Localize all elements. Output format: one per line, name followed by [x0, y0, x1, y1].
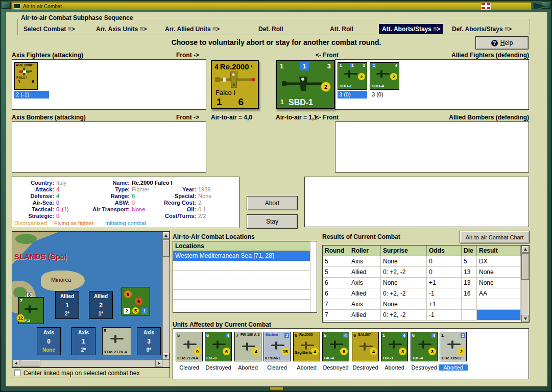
location-empty-row[interactable] — [173, 300, 310, 309]
aircraft-art — [389, 340, 402, 349]
attack-value: 4 — [56, 186, 59, 192]
map-vertical-scrollbar[interactable] — [162, 232, 170, 360]
location-empty-row[interactable] — [173, 280, 310, 290]
frame-arrow-ornament — [534, 3, 546, 10]
map-panel: Minorca SLANDS (Spa) 8 35 7 F6F-3 12 All… — [12, 231, 170, 368]
window-titlebar[interactable]: Air-to-air Combat — [12, 2, 532, 10]
locations-scrollbar[interactable] — [310, 241, 317, 312]
reorg-circle: 15 — [281, 348, 289, 355]
location-empty-row[interactable] — [173, 290, 310, 300]
reorg-circle: 2 — [458, 348, 465, 355]
reorg-circle: 4 — [370, 348, 377, 355]
name-label: Name: — [76, 180, 130, 186]
axis-fighters-label: Axis Fighters (attacking) — [12, 52, 83, 59]
allied-fighter-sbd4-counter[interactable]: 1 4 2 SBD-4 — [370, 62, 399, 90]
map-counter-stack[interactable]: 5 6 2 5 1 — [122, 287, 150, 315]
map-stack-axis-0[interactable]: Axis0None — [37, 327, 61, 355]
affected-unit-tbf1[interactable]: 14 3 TBF-1 — [381, 332, 408, 361]
re2000-aircraft-art — [213, 71, 257, 88]
axis-fighter-selection-badge[interactable]: 2 (-1) — [14, 91, 49, 99]
stack-circle: 6 — [135, 298, 142, 305]
scroll-down-icon — [524, 317, 527, 320]
allied-fighter-sbd1-counter[interactable]: 1 1 3 2 SBD-1 — [338, 62, 367, 90]
results-header-row: RoundRollerSurpriseOddsDieResult — [323, 246, 521, 256]
stack-circle: 5 — [124, 290, 132, 298]
reorg-circle: 2 — [358, 73, 365, 80]
allied-fighters-label: Allied Fighters (defending) — [432, 52, 529, 59]
stack-chip: 1 — [141, 308, 148, 314]
name-value: Re.2000 Falco I — [132, 180, 173, 186]
affected-unit-do217k4[interactable]: 5 9 3 Do 217K4 — [176, 332, 203, 361]
reorg-circle: 4 — [252, 348, 260, 355]
cost-turns-value: 2/2 — [198, 213, 206, 219]
results-title: Results of Current Combat — [322, 233, 400, 240]
location-empty-row[interactable] — [173, 261, 310, 271]
locations-header: Locations — [173, 241, 310, 251]
affected-unit-fw190[interactable]: 7FW 190 A-2 4 — [234, 332, 261, 361]
map-counter-do217[interactable]: 5 3 Do 217K 4 — [102, 327, 131, 355]
sbd4-selection-label[interactable]: 3 (0) — [372, 91, 383, 97]
defense-value: 4 — [56, 193, 59, 199]
results-scroll-thumb[interactable] — [521, 253, 529, 280]
affected-unit-sai207[interactable]: 6SAI.207 4 — [352, 332, 379, 361]
map-hscroll-thumb[interactable] — [20, 360, 40, 367]
map-stack-axis-1[interactable]: Axis12* — [71, 327, 95, 355]
results-scrollbar[interactable] — [521, 246, 529, 322]
aircraft-art — [15, 67, 37, 76]
air-transport-value: None — [132, 206, 145, 212]
front-left-label2: <- Front — [316, 114, 339, 121]
country-label: Country: — [13, 180, 54, 186]
scroll-right-icon — [158, 362, 160, 365]
center-map-checkbox[interactable] — [14, 370, 20, 376]
affected-unit-tbf4[interactable]: 64 3 TBF-4 — [411, 332, 438, 361]
combat-chart-button[interactable]: Air-to-air Combat Chart — [460, 231, 530, 243]
affected-unit-re2005[interactable]: 6Re.2005 4 Sagittario — [293, 332, 320, 361]
affected-unit-he115c2[interactable]: 12 2 1 He 115C2 — [440, 332, 467, 361]
defense-label: Defense: — [13, 193, 54, 199]
affected-unit-pbm1[interactable]: 3Mariner 15 6 PBM-1 — [263, 332, 291, 361]
air-transport-label: Air Transport: — [76, 206, 130, 212]
center-map-checkbox-label[interactable]: Center linked map on selected combat hex — [23, 370, 139, 377]
frame-ornament-topleft — [2, 2, 11, 9]
map-stack-allied-1[interactable]: Allied12* — [55, 291, 79, 319]
strategic-value: 0 — [56, 213, 59, 219]
reorg-circle: 9 — [194, 348, 201, 355]
window-title: Air-to-air Combat — [23, 4, 62, 9]
help-button[interactable]: ? Help — [475, 36, 529, 50]
checkbox-row: Center linked map on selected combat hex — [12, 368, 170, 378]
affected-unit-status: Destroyed — [410, 364, 439, 371]
help-label: Help — [500, 39, 513, 46]
unit-info-panel: Country: Italy Attack: 4 Defense: 4 Air-… — [12, 177, 239, 228]
location-item-selected[interactable]: Western Mediterranean Sea [71, 28] — [173, 251, 310, 261]
scroll-down-icon — [164, 355, 167, 358]
abort-button[interactable]: Abort — [247, 196, 298, 210]
axis-bombers-label: Axis Bombers (attacking) — [12, 114, 86, 121]
step-def-aborts-stays: Def. Aborts/Stays => — [452, 26, 512, 33]
asw-value: 0 — [132, 200, 135, 206]
map-stack-axis-3[interactable]: Axis30* — [137, 327, 161, 355]
aircraft-art — [25, 305, 38, 313]
aircraft-art — [183, 340, 197, 349]
sbd1-selection-badge[interactable]: 3 (0) — [338, 91, 367, 99]
map-horizontal-scrollbar[interactable] — [12, 360, 162, 367]
location-empty-row[interactable] — [173, 271, 310, 280]
oil-value: 0,1 — [198, 206, 206, 212]
locations-title: Air-to-Air Combat Locations — [173, 233, 255, 240]
axis-fighter-counter-large[interactable]: 4Re.2000* Falco I 16 — [211, 60, 259, 109]
map-stack-allied-2[interactable]: Allied21* — [89, 291, 113, 319]
stay-button[interactable]: Stay — [247, 214, 298, 229]
map-vscroll-thumb[interactable] — [162, 239, 170, 257]
allied-fighter-counter-large[interactable]: 1 1 3 2 1 SBD-1 — [276, 60, 335, 109]
affected-unit-f4f4[interactable]: 54 6 F4F-4 — [322, 332, 349, 361]
step-arr-axis-units: Arr. Axis Units => — [96, 26, 147, 33]
aircraft-art — [110, 335, 124, 343]
map-view[interactable]: Minorca SLANDS (Spa) 8 35 7 F6F-3 12 All… — [12, 232, 162, 360]
affected-unit-f6f3[interactable]: 64 6 F6F-3 — [205, 332, 232, 361]
results-row: 5AxisNone05DX — [323, 256, 521, 267]
aircraft-art — [376, 70, 390, 78]
map-counter-f6f3[interactable]: 7 F6F-3 12 — [18, 297, 44, 324]
axis-fighter-counter-small[interactable]: 4Re.2000* Falco I 16 — [14, 62, 38, 90]
frame-ornament-bottom — [269, 387, 283, 391]
results-row: 7AxisNone+1 — [323, 299, 521, 310]
tactical-value: 0 — [56, 206, 59, 212]
